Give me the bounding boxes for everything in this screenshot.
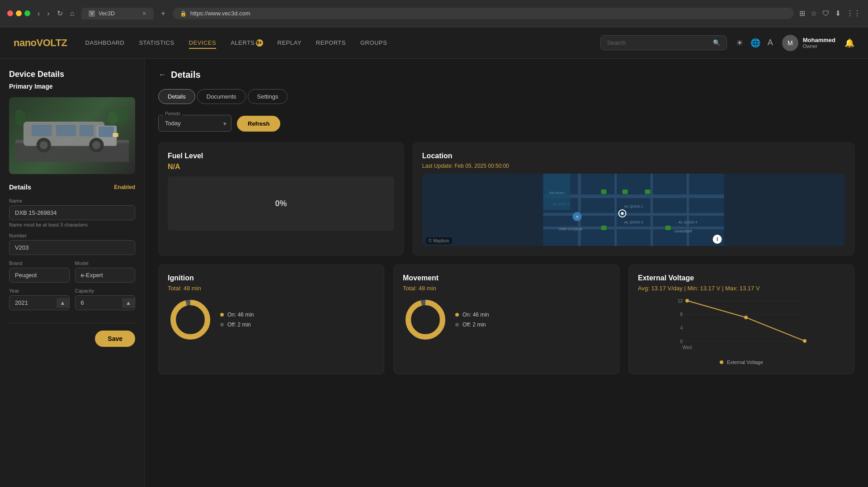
year-capacity-row: Year ▲ Capacity ▲ [9, 288, 135, 316]
map-container[interactable]: AL SAFA 1 AL QUOZ 1 AL QUOZ 3 UMM SUQEIM… [422, 174, 845, 246]
browser-actions: ⊞ ☆ 🛡 ⬇ ⋮⋮ [799, 9, 861, 18]
download-icon[interactable]: ⬇ [835, 9, 841, 18]
movement-title: Movement [403, 274, 610, 282]
svg-rect-9 [32, 125, 52, 136]
save-button[interactable]: Save [95, 331, 135, 347]
ignition-on-label: On: 46 min [227, 312, 254, 318]
globe-icon[interactable]: 🌐 [750, 38, 760, 48]
brand-input[interactable] [9, 268, 70, 283]
nav-link-reports[interactable]: REPORTS [316, 39, 346, 46]
name-label: Name [9, 198, 135, 203]
svg-rect-11 [80, 125, 94, 136]
alerts-badge: 9+ [256, 39, 263, 47]
search-box[interactable]: 🔍 [600, 35, 727, 50]
ignition-title: Ignition [168, 274, 375, 282]
svg-text:+: + [576, 214, 579, 219]
address-bar[interactable]: 🔒 https://www.vec3d.com [173, 8, 794, 19]
period-select[interactable]: Today Yesterday Last 7 Days Last 30 Days [159, 115, 231, 131]
vehicle-svg [15, 109, 129, 162]
minimize-button[interactable] [16, 10, 22, 16]
nav-link-groups[interactable]: GROUPS [360, 39, 387, 46]
external-voltage-card: External Voltage Avg: 13.17 V/day | Min:… [628, 265, 854, 374]
model-input[interactable] [75, 268, 136, 283]
year-up-button[interactable]: ▲ [57, 298, 69, 308]
tab-close-icon[interactable]: ✕ [142, 10, 146, 17]
close-button[interactable] [7, 10, 13, 16]
tab-details[interactable]: Details [158, 89, 195, 104]
vehicle-image [9, 97, 135, 174]
capacity-label: Capacity [75, 288, 136, 293]
year-spinner: ▲ [9, 295, 70, 310]
nav-item-dashboard[interactable]: DASHBOARD [85, 39, 125, 47]
back-button[interactable]: ‹ [36, 8, 42, 19]
capacity-input[interactable] [75, 296, 123, 310]
extensions-icon[interactable]: ⊞ [799, 9, 805, 18]
home-button[interactable]: ⌂ [68, 8, 76, 19]
capacity-spinner: ▲ [75, 295, 136, 310]
logo-voltz: VOLTZ [37, 37, 67, 48]
capacity-up-button[interactable]: ▲ [122, 298, 135, 308]
tab-documents[interactable]: Documents [197, 89, 246, 104]
nav-link-statistics[interactable]: STATISTICS [139, 39, 174, 46]
year-input[interactable] [9, 296, 57, 310]
svg-point-55 [685, 299, 689, 303]
nav-item-groups[interactable]: GROUPS [360, 39, 387, 47]
fuel-na: N/A [168, 163, 394, 171]
name-input[interactable] [9, 205, 135, 220]
filter-row: Periods Today Yesterday Last 7 Days Last… [158, 115, 854, 132]
voltage-stats: Avg: 13.17 V/day | Min: 13.17 V | Max: 1… [638, 285, 845, 292]
bookmark-icon[interactable]: ☆ [811, 9, 817, 18]
svg-text:Kite Beach: Kite Beach [549, 191, 564, 194]
reload-button[interactable]: ↻ [55, 7, 65, 19]
dashboard-grid: Fuel Level N/A 0% Location Last Update: … [158, 142, 854, 255]
number-input[interactable] [9, 240, 135, 255]
nav-link-devices[interactable]: DEVICES [189, 39, 217, 49]
search-icon[interactable]: 🔍 [713, 39, 720, 46]
forward-button[interactable]: › [45, 8, 51, 19]
form-divider [9, 323, 135, 323]
movement-on-legend: On: 46 min [455, 312, 489, 318]
nav-item-replay[interactable]: REPLAY [278, 39, 302, 47]
new-tab-button[interactable]: + [159, 8, 167, 19]
fuel-level-card: Fuel Level N/A 0% [158, 142, 404, 255]
app: nanoVOLTZ DASHBOARD STATISTICS DEVICES A… [0, 27, 868, 487]
svg-text:GHADEER: GHADEER [675, 229, 693, 233]
tab-settings[interactable]: Settings [248, 89, 288, 104]
nav-item-statistics[interactable]: STATISTICS [139, 39, 174, 47]
refresh-button[interactable]: Refresh [237, 116, 280, 132]
nav-link-dashboard[interactable]: DASHBOARD [85, 39, 125, 46]
svg-rect-36 [645, 189, 650, 194]
model-field: Model [75, 260, 136, 283]
translate-icon[interactable]: A [768, 38, 773, 47]
svg-point-33 [621, 212, 623, 215]
svg-point-44 [173, 303, 208, 337]
nav-link-alerts[interactable]: ALERTS9+ [231, 39, 263, 46]
browser-tab[interactable]: V Vec3D ✕ [81, 8, 154, 19]
svg-rect-35 [622, 189, 627, 194]
voltage-chart-svg: 12 8 4 0 [638, 297, 845, 356]
svg-text:12: 12 [678, 298, 683, 303]
nav-item-reports[interactable]: REPORTS [316, 39, 346, 47]
fuel-title: Fuel Level [168, 152, 394, 160]
year-field: Year ▲ [9, 288, 70, 310]
nav-link-replay[interactable]: REPLAY [278, 39, 302, 46]
url-display: https://www.vec3d.com [190, 10, 250, 17]
svg-text:AL QUOZ 1: AL QUOZ 1 [624, 204, 643, 208]
search-input[interactable] [607, 39, 709, 46]
svg-point-56 [744, 316, 748, 319]
nav-item-alerts[interactable]: ALERTS9+ [231, 39, 263, 47]
avatar: M [782, 35, 798, 51]
back-arrow-icon[interactable]: ← [158, 70, 166, 80]
nav-item-devices[interactable]: DEVICES [189, 39, 217, 47]
svg-rect-10 [56, 125, 76, 136]
main-content: Device Details Primary Image [0, 59, 868, 487]
svg-rect-37 [601, 226, 606, 230]
menu-icon[interactable]: ⋮⋮ [846, 9, 861, 18]
brightness-icon[interactable]: ☀ [736, 38, 743, 48]
notifications-icon[interactable]: 🔔 [844, 38, 854, 48]
ignition-donut-section: On: 46 min Off: 2 min [168, 297, 375, 342]
brand-field: Brand [9, 260, 70, 283]
maximize-button[interactable] [24, 10, 30, 16]
device-details-title: Device Details [9, 70, 135, 79]
user-profile[interactable]: M Mohammed Owner [782, 35, 835, 51]
